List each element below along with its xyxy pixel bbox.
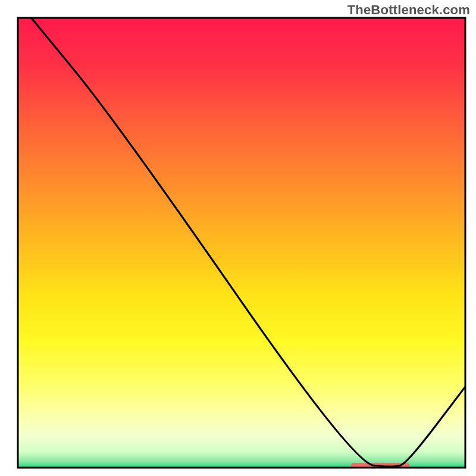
- bottleneck-chart: [0, 0, 476, 476]
- watermark-text: TheBottleneck.com: [347, 2, 470, 18]
- chart-wrapper: TheBottleneck.com: [0, 0, 476, 476]
- plot-area-gradient: [18, 18, 465, 468]
